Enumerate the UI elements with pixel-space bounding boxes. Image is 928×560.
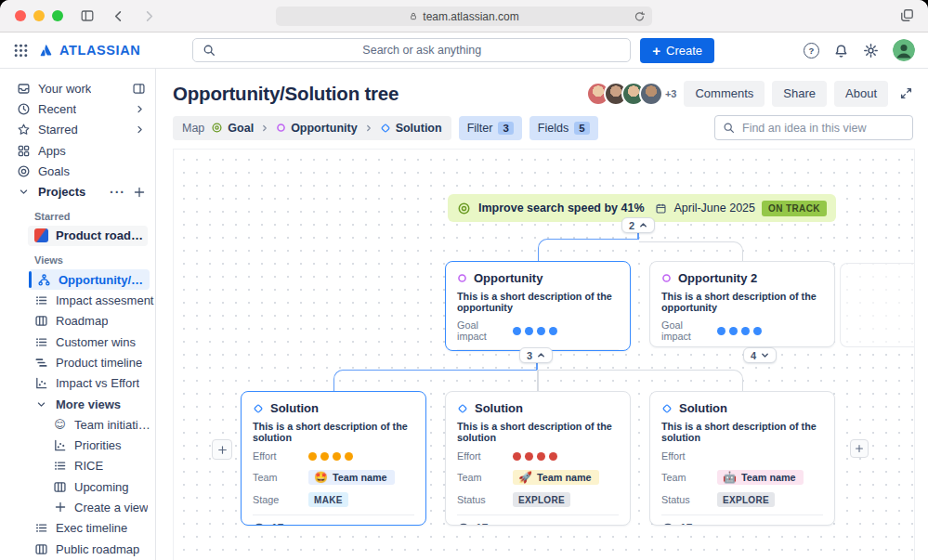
comment-count: 17 <box>271 522 283 526</box>
tab-overview-icon[interactable] <box>899 7 915 23</box>
sidebar-item-create-a-view[interactable]: Create a view <box>0 497 155 517</box>
sidebar-item-label: Customer wins <box>56 335 136 349</box>
create-button[interactable]: + Create <box>640 38 714 63</box>
tree-canvas[interactable]: Improve search speed by 41% April-June 2… <box>173 149 915 560</box>
fullscreen-expand-icon[interactable] <box>899 86 913 100</box>
sidebar-item-roadmap[interactable]: Roadmap <box>0 311 155 332</box>
sidebar-section-starred: Starred <box>0 202 155 226</box>
crumb-goal[interactable]: Goal <box>211 122 254 135</box>
sidebar-item-team-initiatives[interactable]: 😊 Team initiatives <box>0 414 155 435</box>
add-sibling-left-button[interactable] <box>212 439 232 460</box>
sidebar-item-label: Apps <box>38 144 66 158</box>
refresh-icon[interactable] <box>634 10 646 22</box>
team-pill[interactable]: 🚀 Team name <box>513 470 599 485</box>
sidebar-item-priorities[interactable]: Priorities <box>0 435 155 455</box>
filter-button[interactable]: Filter 3 <box>459 116 522 140</box>
global-search-input[interactable] <box>223 43 621 58</box>
sidebar-item-label: Team initiatives <box>74 418 155 432</box>
address-bar[interactable]: team.atlassian.com <box>276 7 652 26</box>
zoom-window-button[interactable] <box>52 10 63 21</box>
chevron-up-icon <box>639 221 647 229</box>
atlassian-logo[interactable]: ATLASSIAN <box>38 42 140 59</box>
find-idea-input[interactable] <box>740 121 905 136</box>
sidebar-item-upcoming[interactable]: Upcoming <box>0 476 155 497</box>
sidebar-item-product-timeline[interactable]: Product timeline <box>0 352 155 372</box>
sidebar-item-apps[interactable]: Apps <box>0 140 155 161</box>
effort-dots[interactable] <box>513 452 557 461</box>
effort-dots[interactable] <box>308 452 353 461</box>
sidebar-item-goals[interactable]: Goals <box>0 161 155 181</box>
card-description: This is a short description of the solut… <box>661 421 823 443</box>
status-badge[interactable]: EXPLORE <box>513 492 570 507</box>
goal-children-collapse-pill[interactable]: 2 <box>621 217 655 233</box>
sidebar-item-recent[interactable]: Recent <box>0 98 155 119</box>
opportunity-card-1[interactable]: Opportunity This is a short description … <box>445 261 631 351</box>
settings-gear-icon[interactable] <box>863 43 879 59</box>
map-structure-pill[interactable]: Map Goal Opportunity S <box>173 116 451 140</box>
find-idea-search[interactable] <box>714 115 913 140</box>
add-project-icon[interactable] <box>133 186 146 199</box>
crumb-opportunity[interactable]: Opportunity <box>276 122 358 135</box>
sidebar-item-exec-timeline[interactable]: Exec timeline <box>0 518 155 539</box>
solution-card-1[interactable]: Solution This is a short description of … <box>241 391 426 526</box>
comments-button[interactable]: Comments <box>684 81 765 107</box>
opportunity-1-children-collapse-pill[interactable]: 3 <box>519 347 553 363</box>
solution-card-2[interactable]: Solution This is a short description of … <box>445 391 631 526</box>
browser-sidebar-toggle-icon[interactable] <box>80 8 95 23</box>
sidebar-item-public-roadmap[interactable]: Public roadmap <box>0 539 155 559</box>
notifications-bell-icon[interactable] <box>833 43 849 59</box>
sidebar-item-rice[interactable]: RICE <box>0 456 155 476</box>
team-pill[interactable]: 🤩 Team name <box>308 470 395 485</box>
goal-icon <box>211 122 223 134</box>
back-icon[interactable] <box>111 9 125 23</box>
add-sibling-right-button[interactable] <box>850 439 869 458</box>
sidebar-item-label: Starred <box>38 123 78 137</box>
board-icon <box>53 480 67 494</box>
create-button-label: Create <box>666 44 702 58</box>
share-button[interactable]: Share <box>772 81 827 107</box>
sidebar-item-your-work[interactable]: Your work <box>0 78 155 98</box>
sidebar-item-more-views[interactable]: More views <box>0 394 155 414</box>
team-emoji-icon: 🤩 <box>314 472 328 483</box>
sidebar-item-customer-wins[interactable]: Customer wins <box>0 332 155 352</box>
sidebar-item-impact-assesment[interactable]: Impact assesment <box>0 290 155 310</box>
fields-button[interactable]: Fields 5 <box>529 116 598 140</box>
search-icon <box>203 44 216 57</box>
avatar-overflow-count[interactable]: +3 <box>665 88 677 99</box>
crumb-solution[interactable]: Solution <box>380 122 442 135</box>
clock-icon <box>17 102 31 116</box>
smiley-emoji-icon: 😊 <box>53 418 67 432</box>
status-badge[interactable]: EXPLORE <box>717 492 775 507</box>
goal-impact-dots[interactable] <box>717 327 762 335</box>
global-search[interactable] <box>192 38 631 62</box>
more-actions-icon[interactable]: ··· <box>110 185 125 200</box>
sidebar-item-opportunity-solution-tree[interactable]: Opportunity/Solu... <box>29 269 150 290</box>
field-label: Stage <box>253 494 301 505</box>
close-window-button[interactable] <box>15 10 26 21</box>
opportunity-2-children-expand-pill[interactable]: 4 <box>743 347 777 363</box>
lock-icon <box>409 11 418 21</box>
about-button[interactable]: About <box>834 81 888 107</box>
forward-icon[interactable] <box>142 9 156 23</box>
app-switcher-icon[interactable] <box>13 43 29 59</box>
sidebar-item-impact-vs-effort[interactable]: Impact vs Effort <box>0 373 155 394</box>
sidebar-item-starred[interactable]: Starred <box>0 120 155 140</box>
stage-badge[interactable]: MAKE <box>308 492 348 507</box>
opportunity-card-2[interactable]: Opportunity 2 This is a short descriptio… <box>649 261 835 347</box>
collapse-sidebar-icon[interactable] <box>132 82 146 96</box>
sidebar-item-product-roadmap[interactable]: Product roadmap <box>28 226 148 246</box>
avatar <box>639 82 663 106</box>
minimize-window-button[interactable] <box>33 10 45 21</box>
browser-toolbar: team.atlassian.com <box>0 0 928 33</box>
project-icon <box>34 228 48 242</box>
collaborator-avatars[interactable]: +3 <box>586 82 677 106</box>
sidebar-item-projects[interactable]: Projects ··· <box>0 181 155 202</box>
partial-card-edge <box>840 263 915 347</box>
team-pill[interactable]: 🤖 Team name <box>717 470 804 485</box>
team-name: Team name <box>741 472 796 483</box>
solution-card-3[interactable]: Solution This is a short description of … <box>649 391 835 526</box>
user-avatar[interactable] <box>893 39 915 61</box>
goal-impact-dots[interactable] <box>513 327 557 335</box>
help-icon[interactable]: ? <box>804 43 819 59</box>
page-title: Opportunity/Solution tree <box>173 83 399 105</box>
